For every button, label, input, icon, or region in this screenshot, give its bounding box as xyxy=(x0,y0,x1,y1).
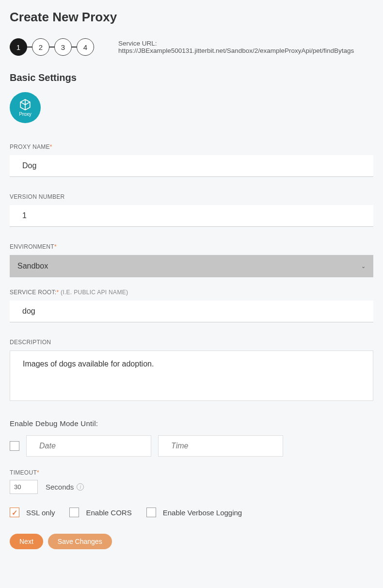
environment-select[interactable]: Sandbox xyxy=(10,255,373,277)
step-4[interactable]: 4 xyxy=(77,38,94,56)
proxy-name-label: PROXY NAME* xyxy=(10,143,373,150)
debug-label: Enable Debug Mode Until: xyxy=(10,419,373,428)
page-title: Create New Proxy xyxy=(10,10,373,25)
proxy-name-input[interactable] xyxy=(10,155,373,177)
section-title: Basic Settings xyxy=(10,72,373,83)
step-2[interactable]: 2 xyxy=(32,38,49,56)
timeout-label: TIMEOUT* xyxy=(10,469,373,476)
debug-checkbox[interactable] xyxy=(10,441,19,451)
enable-cors-option[interactable]: Enable CORS xyxy=(69,508,131,517)
ssl-checkbox[interactable] xyxy=(10,508,19,517)
save-changes-button[interactable]: Save Changes xyxy=(48,534,112,549)
verbose-label: Enable Verbose Logging xyxy=(163,509,242,517)
service-url: Service URL: https://JBExample500131.jit… xyxy=(118,40,373,54)
debug-date-input[interactable] xyxy=(26,435,151,457)
cors-checkbox[interactable] xyxy=(69,508,79,517)
debug-time-input[interactable] xyxy=(158,435,283,457)
description-textarea[interactable] xyxy=(10,350,373,401)
timeout-input[interactable] xyxy=(10,480,38,494)
environment-label: ENVIRONMENT* xyxy=(10,243,373,250)
header-row: 1 2 3 4 Service URL: https://JBExample50… xyxy=(10,38,373,56)
step-connector xyxy=(72,47,77,48)
timeout-unit: Seconds i xyxy=(46,483,84,491)
ssl-only-option[interactable]: SSL only xyxy=(10,508,55,517)
version-label: VERSION NUMBER xyxy=(10,193,373,200)
ssl-label: SSL only xyxy=(26,509,55,517)
proxy-badge-icon: Proxy xyxy=(10,92,41,123)
step-connector xyxy=(49,47,54,48)
info-icon[interactable]: i xyxy=(77,483,84,491)
step-connector xyxy=(27,47,32,48)
version-input[interactable] xyxy=(10,205,373,227)
service-root-input[interactable] xyxy=(10,301,373,322)
wizard-stepper: 1 2 3 4 xyxy=(10,38,94,56)
cors-label: Enable CORS xyxy=(86,509,131,517)
description-label: DESCRIPTION xyxy=(10,339,373,346)
step-3[interactable]: 3 xyxy=(54,38,72,56)
next-button[interactable]: Next xyxy=(10,534,43,549)
verbose-checkbox[interactable] xyxy=(146,508,156,517)
service-root-label: SERVICE ROOT:* (I.E. PUBLIC API NAME) xyxy=(10,289,373,296)
step-1[interactable]: 1 xyxy=(10,38,27,56)
verbose-logging-option[interactable]: Enable Verbose Logging xyxy=(146,508,242,517)
proxy-badge-label: Proxy xyxy=(19,111,32,117)
